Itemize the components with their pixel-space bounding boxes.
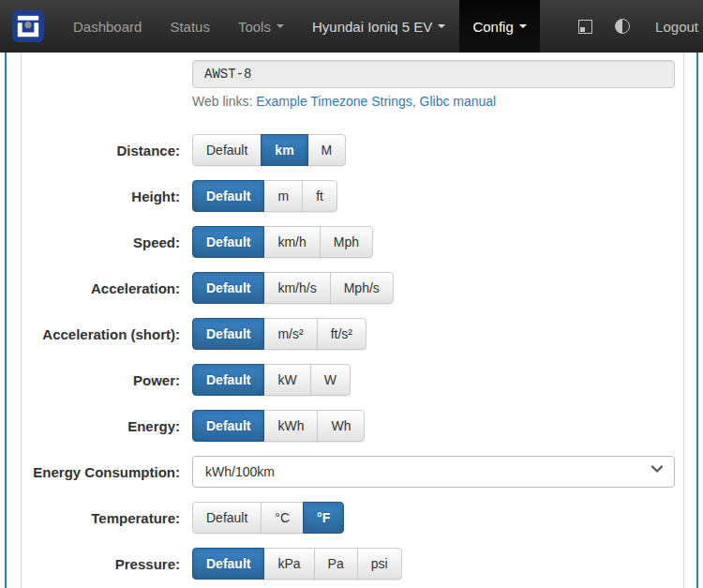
unit-option-button[interactable]: m bbox=[263, 180, 303, 212]
button-group: Defaultm/s²ft/s² bbox=[192, 318, 366, 350]
nav-label: Dashboard bbox=[73, 19, 142, 35]
button-group: Defaultmft bbox=[192, 180, 337, 212]
nav-item-dashboard[interactable]: Dashboard bbox=[59, 0, 156, 53]
unit-form-row: Power: DefaultkWW bbox=[30, 364, 683, 396]
button-group: Defaultkm/h/sMph/s bbox=[192, 272, 394, 304]
link-glibc-manual[interactable]: Glibc manual bbox=[420, 94, 497, 109]
unit-option-button[interactable]: Default bbox=[192, 226, 264, 258]
contrast-icon bbox=[615, 19, 630, 34]
nav-item-tools[interactable]: Tools bbox=[224, 0, 298, 53]
unit-option-button[interactable]: Default bbox=[192, 410, 264, 442]
unit-form-row: Acceleration (short): Defaultm/s²ft/s² bbox=[30, 318, 683, 350]
nav-label: Hyundai Ioniq 5 EV bbox=[312, 19, 432, 35]
unit-option-button[interactable]: Default bbox=[192, 548, 264, 580]
window-toggle-button[interactable] bbox=[567, 0, 604, 53]
unit-option-button[interactable]: m/s² bbox=[263, 318, 317, 350]
unit-option-button[interactable]: Mph bbox=[320, 226, 373, 258]
navbar-right: Logout bbox=[567, 0, 703, 53]
select-wrap: kWh/100km bbox=[192, 456, 675, 488]
nav-item-vehicle[interactable]: Hyundai Ioniq 5 EV bbox=[298, 0, 459, 53]
unit-option-button[interactable]: W bbox=[310, 364, 351, 396]
unit-form-row: Energy Consumption: kWh/100km bbox=[30, 456, 683, 488]
nav-item-status[interactable]: Status bbox=[156, 0, 224, 53]
night-mode-button[interactable] bbox=[604, 0, 641, 53]
nav-label: Logout bbox=[655, 19, 698, 35]
unit-form-row: Temperature: Default°C°F bbox=[30, 502, 683, 534]
row-label: Energy: bbox=[30, 418, 192, 434]
row-label: Energy Consumption: bbox=[30, 464, 192, 480]
row-label: Acceleration: bbox=[30, 280, 192, 296]
row-label: Pressure: bbox=[30, 556, 192, 572]
button-group: DefaultkWW bbox=[192, 364, 351, 396]
unit-option-button[interactable]: ft/s² bbox=[317, 318, 366, 350]
nav-label: Status bbox=[170, 19, 210, 35]
button-group: Default°C°F bbox=[192, 502, 344, 534]
unit-option-button[interactable]: kW bbox=[263, 364, 310, 396]
unit-option-button[interactable]: Default bbox=[192, 272, 264, 304]
unit-form-row: Height: Defaultmft bbox=[30, 180, 683, 212]
button-group: Defaultkm/hMph bbox=[192, 226, 373, 258]
unit-form-row: Distance: DefaultkmM bbox=[30, 134, 683, 166]
unit-option-button[interactable]: Default bbox=[192, 502, 262, 534]
unit-option-button[interactable]: Wh bbox=[317, 410, 365, 442]
nav-item-config[interactable]: Config bbox=[459, 0, 539, 53]
button-group: DefaultkWhWh bbox=[192, 410, 365, 442]
unit-option-button[interactable]: Pa bbox=[314, 548, 358, 580]
button-group: DefaultkmM bbox=[192, 134, 346, 166]
unit-option-button[interactable]: Default bbox=[192, 180, 264, 212]
caret-down-icon bbox=[277, 24, 284, 28]
brand-logo[interactable] bbox=[0, 0, 50, 53]
row-label: Height: bbox=[30, 188, 192, 204]
link-example-timezone-strings[interactable]: Example Timezone Strings bbox=[256, 94, 412, 109]
config-panel: Web links: Example Timezone Strings, Gli… bbox=[5, 53, 698, 588]
nav-item-logout[interactable]: Logout bbox=[641, 19, 703, 35]
unit-select[interactable]: kWh/100km bbox=[192, 456, 675, 488]
row-label: Temperature: bbox=[30, 510, 192, 526]
timezone-row bbox=[30, 60, 683, 88]
config-panel-body: Web links: Example Timezone Strings, Gli… bbox=[21, 53, 684, 588]
unit-option-button[interactable]: ft bbox=[302, 180, 337, 212]
button-group: DefaultkPaPapsi bbox=[192, 548, 402, 580]
units-form: Distance: DefaultkmM Height: Defaultmft … bbox=[30, 134, 683, 580]
row-label: Acceleration (short): bbox=[30, 326, 192, 342]
help-prefix: Web links: bbox=[192, 94, 252, 109]
unit-option-button[interactable]: km/h bbox=[263, 226, 320, 258]
row-label: Power: bbox=[30, 372, 192, 388]
timezone-help: Web links: Example Timezone Strings, Gli… bbox=[192, 94, 683, 109]
unit-form-row: Pressure: DefaultkPaPapsi bbox=[30, 548, 683, 580]
nav-label: Config bbox=[472, 19, 513, 35]
row-label: Speed: bbox=[30, 234, 192, 250]
unit-option-button[interactable]: kPa bbox=[263, 548, 314, 580]
unit-option-button[interactable]: °C bbox=[261, 502, 304, 534]
caret-down-icon bbox=[438, 24, 445, 28]
caret-down-icon bbox=[519, 24, 527, 28]
unit-option-button[interactable]: km/h/s bbox=[263, 272, 330, 304]
window-icon bbox=[578, 20, 592, 34]
unit-option-button[interactable]: Mph/s bbox=[330, 272, 394, 304]
link-separator: , bbox=[412, 94, 420, 109]
unit-form-row: Speed: Defaultkm/hMph bbox=[30, 226, 683, 258]
unit-option-button[interactable]: Default bbox=[192, 318, 264, 350]
row-label: Distance: bbox=[30, 143, 192, 158]
unit-option-button[interactable]: °F bbox=[303, 502, 344, 534]
unit-option-button[interactable]: M bbox=[307, 134, 347, 166]
unit-form-row: Acceleration: Defaultkm/h/sMph/s bbox=[30, 272, 683, 304]
unit-form-row: Energy: DefaultkWhWh bbox=[30, 410, 683, 442]
unit-option-button[interactable]: km bbox=[261, 134, 307, 166]
unit-option-button[interactable]: Default bbox=[192, 364, 264, 396]
nav-label: Tools bbox=[238, 19, 271, 35]
unit-option-button[interactable]: psi bbox=[357, 548, 402, 580]
timezone-input[interactable] bbox=[192, 60, 675, 88]
ovms-logo-icon bbox=[12, 10, 44, 42]
unit-option-button[interactable]: kWh bbox=[263, 410, 318, 442]
navbar: Dashboard Status Tools Hyundai Ioniq 5 E… bbox=[0, 0, 703, 53]
unit-option-button[interactable]: Default bbox=[192, 134, 262, 166]
